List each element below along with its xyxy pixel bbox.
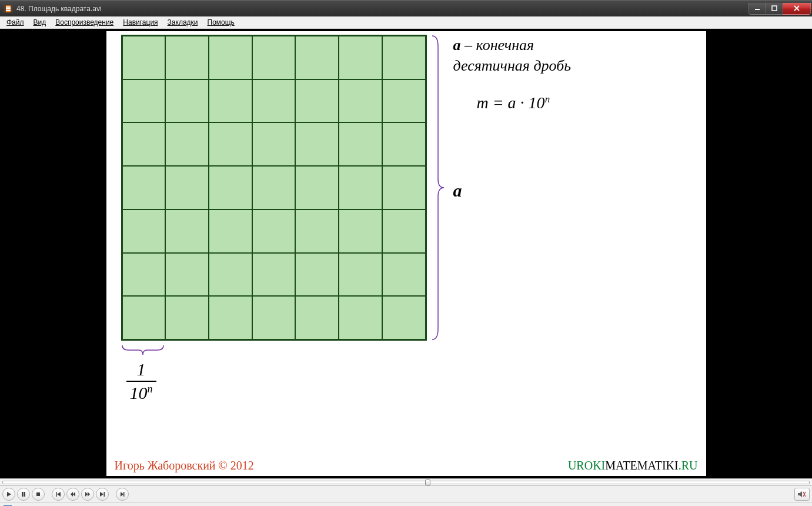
menu-favorites[interactable]: Закладки [163,17,202,28]
seekbar[interactable] [0,478,812,486]
svg-rect-7 [772,6,777,11]
seek-track[interactable] [2,481,810,484]
app-icon [4,4,13,14]
svg-rect-12 [104,492,105,497]
grid-square [121,35,427,341]
svg-rect-6 [755,9,760,10]
video-area[interactable]: a 1 10n a – конечная десятичная дробь m … [0,29,812,478]
maximize-button[interactable] [766,3,783,15]
brace-label-a: a [453,181,462,201]
svg-rect-3 [6,6,11,8]
svg-rect-10 [36,492,40,496]
svg-rect-11 [56,492,57,497]
svg-rect-5 [6,10,11,11]
play-button[interactable] [2,488,15,501]
svg-rect-13 [123,492,125,497]
menu-view[interactable]: Вид [29,17,51,28]
forward-button[interactable] [81,488,94,501]
formula-text: m = a · 10n [477,94,550,112]
mute-button[interactable] [794,488,810,501]
menu-navigate[interactable]: Навигация [119,17,162,28]
svg-rect-1 [4,5,6,12]
credit-text: Игорь Жаборовский © 2012 [115,459,254,472]
rewind-button[interactable] [66,488,79,501]
pause-button[interactable] [17,488,30,501]
svg-rect-9 [24,492,26,497]
definition-text: a – конечная десятичная дробь [453,35,572,76]
brace-right-icon [430,35,446,341]
fraction-numerator: 1 [126,359,156,380]
svg-rect-2 [11,5,12,12]
slide-content: a 1 10n a – конечная десятичная дробь m … [106,31,706,476]
fraction-label: 1 10n [126,359,156,403]
window-title: 48. Площадь квадрата.avi [16,5,102,13]
titlebar-left: 48. Площадь квадрата.avi [0,4,102,14]
fraction-denominator: 10n [126,383,156,403]
window-controls [749,3,811,15]
site-text: UROKIMATEMATIKI.RU [568,459,698,472]
statusbar: Воспроизведение 02:47 / 05:17 [0,502,812,506]
close-button[interactable] [783,3,811,15]
step-button[interactable] [116,488,129,501]
menu-help[interactable]: Помощь [203,17,239,28]
menu-file[interactable]: Файл [2,17,28,28]
next-track-button[interactable] [96,488,109,501]
stop-button[interactable] [32,488,45,501]
minimize-button[interactable] [748,3,766,15]
brace-bottom-icon [121,343,165,357]
seek-thumb[interactable] [425,480,430,485]
menu-play[interactable]: Воспроизведение [51,17,118,28]
controls-bar [0,486,812,502]
svg-rect-4 [6,8,11,9]
prev-track-button[interactable] [52,488,65,501]
menubar: Файл Вид Воспроизведение Навигация Закла… [0,16,812,29]
svg-rect-8 [22,492,24,497]
window-titlebar: 48. Площадь квадрата.avi [0,0,812,16]
